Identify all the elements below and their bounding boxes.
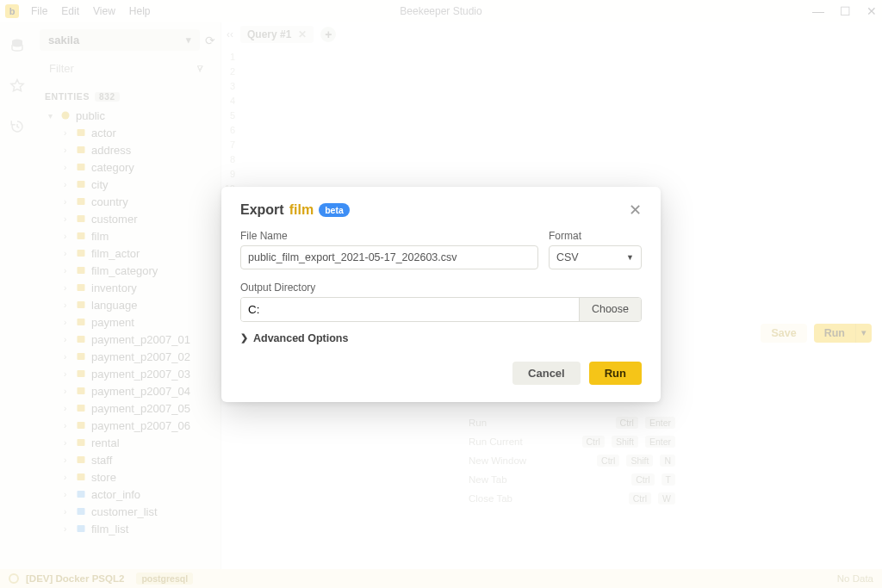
format-value: CSV: [556, 251, 579, 263]
cancel-button[interactable]: Cancel: [512, 362, 581, 385]
output-dir-input[interactable]: [241, 298, 579, 321]
export-modal: Export film beta ✕ File Name Format CSV …: [221, 187, 661, 402]
advanced-options-label: Advanced Options: [253, 332, 348, 344]
chevron-right-icon: ❯: [240, 332, 248, 344]
chevron-down-icon: ▼: [626, 253, 634, 262]
format-label: Format: [549, 230, 642, 242]
modal-table-name: film: [289, 202, 314, 218]
modal-title: Export film beta: [240, 202, 350, 218]
run-export-button[interactable]: Run: [589, 362, 642, 385]
modal-close-icon[interactable]: ✕: [629, 202, 642, 218]
advanced-options-toggle[interactable]: ❯ Advanced Options: [240, 332, 642, 344]
format-select[interactable]: CSV ▼: [549, 245, 642, 269]
output-dir-label: Output Directory: [240, 282, 642, 294]
file-name-label: File Name: [240, 230, 538, 242]
file-name-input[interactable]: [240, 245, 538, 269]
beta-badge: beta: [319, 203, 350, 217]
choose-button[interactable]: Choose: [579, 298, 641, 321]
modal-title-prefix: Export: [240, 202, 284, 218]
